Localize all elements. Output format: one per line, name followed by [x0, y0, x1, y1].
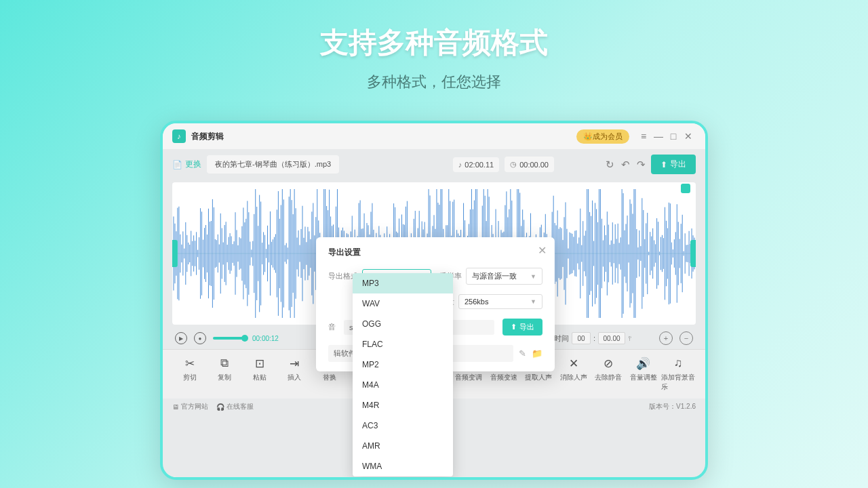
- format-dropdown: MP3WAVOGGFLACMP2M4AM4RAC3AMRWMA: [353, 273, 453, 476]
- dropdown-item-ogg[interactable]: OGG: [353, 314, 453, 334]
- dropdown-item-mp2[interactable]: MP2: [353, 354, 453, 375]
- dropdown-item-wav[interactable]: WAV: [353, 293, 453, 314]
- modal-export-label: 导出: [519, 322, 534, 332]
- sample-value: 与源音源一致: [472, 271, 517, 281]
- cursor-marker[interactable]: [681, 184, 690, 193]
- left-handle[interactable]: [172, 240, 178, 267]
- folder-icon[interactable]: 📁: [532, 348, 542, 359]
- modal-title: 导出设置: [328, 247, 542, 258]
- caret-down-icon: ▼: [530, 298, 536, 305]
- caret-down-icon: ▼: [530, 273, 536, 280]
- modal-close-button[interactable]: ✕: [538, 244, 547, 257]
- progress-thumb[interactable]: [241, 335, 248, 342]
- hero-title: 支持多种音频格式: [0, 0, 868, 62]
- dropdown-item-amr[interactable]: AMR: [353, 436, 453, 456]
- dropdown-item-m4a[interactable]: M4A: [353, 375, 453, 395]
- dropdown-item-m4r[interactable]: M4R: [353, 395, 453, 415]
- modal-export-button[interactable]: ⬆ 导出: [502, 319, 542, 336]
- hero-subtitle: 多种格式，任您选择: [0, 72, 868, 92]
- right-handle[interactable]: [690, 240, 696, 267]
- app-window: ♪ 音频剪辑 👑 成为会员 ≡ — □ ✕ 📄 更换 夜的第七章-钢琴曲（练习版…: [160, 121, 708, 480]
- progress-slider[interactable]: [213, 337, 245, 340]
- sample-select[interactable]: 与源音源一致▼: [466, 268, 542, 285]
- dropdown-item-mp3[interactable]: MP3: [353, 273, 453, 293]
- dropdown-item-flac[interactable]: FLAC: [353, 334, 453, 354]
- dropdown-item-wma[interactable]: WMA: [353, 456, 453, 476]
- name-label: 音: [328, 322, 336, 332]
- edit-icon[interactable]: ✎: [519, 348, 526, 359]
- quality-value: 256kbs: [465, 298, 488, 306]
- dropdown-item-ac3[interactable]: AC3: [353, 415, 453, 436]
- quality-select[interactable]: 256kbs▼: [458, 294, 542, 309]
